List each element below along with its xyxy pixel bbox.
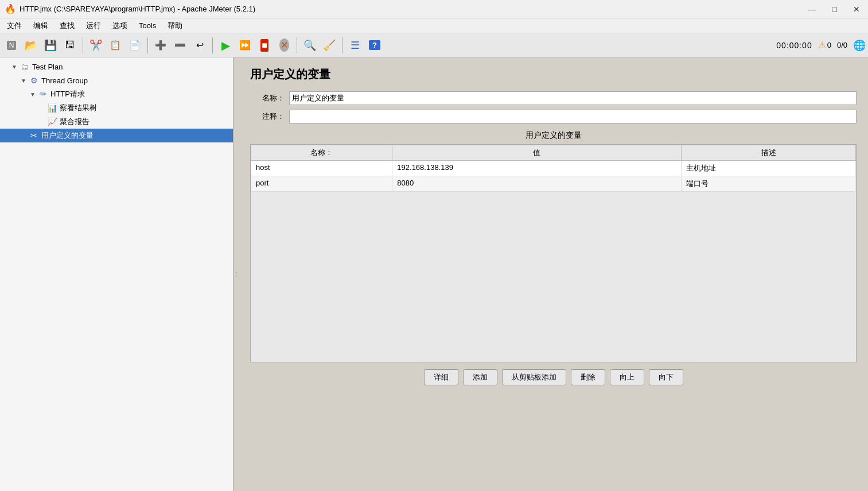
name-row: 名称： <box>250 91 857 105</box>
timer-display: 00:00:00 <box>776 41 812 50</box>
comment-row: 注释： <box>250 110 857 123</box>
menu-options[interactable]: 选项 <box>108 20 132 32</box>
menu-file[interactable]: 文件 <box>2 20 26 32</box>
minimize-button[interactable]: — <box>805 3 820 15</box>
delete-button[interactable]: 删除 <box>571 369 605 385</box>
httpreq-icon: ✏ <box>38 89 48 99</box>
reset-button[interactable]: ↩ <box>190 36 209 55</box>
variables-table-wrapper: 名称： 值 描述 host 192.168.138.139 主机地址 port … <box>250 144 857 362</box>
tree-item-resulttree[interactable]: 📊 察看结果树 <box>0 101 233 115</box>
collapse-icon: ➖ <box>174 40 186 51</box>
add-button[interactable]: 添加 <box>463 369 497 385</box>
arrow-httpreq: ▼ <box>30 91 38 98</box>
name-input[interactable] <box>289 91 857 105</box>
cell-desc: 主机地址 <box>682 161 856 176</box>
testplan-label: Test Plan <box>32 63 63 71</box>
window-title: HTTP.jmx (C:\SPAREYAYA\program\HTTP.jmx)… <box>20 5 255 13</box>
ratio-display: 0/0 <box>837 41 847 49</box>
maximize-button[interactable]: □ <box>829 3 840 15</box>
run-icon: ▶ <box>221 38 230 52</box>
open-icon: 📂 <box>25 39 37 52</box>
bottom-buttons: 详细 添加 从剪贴板添加 删除 向上 向下 <box>250 369 857 385</box>
warning-count: 0 <box>827 41 831 49</box>
tree-item-uservars[interactable]: ✂ 用户定义的变量 <box>0 129 233 142</box>
col-desc-header: 描述 <box>682 145 856 161</box>
paste-add-button[interactable]: 从剪贴板添加 <box>502 369 566 385</box>
content-panel: 用户定义的变量 名称： 注释： 用户定义的变量 名称： 值 描述 host <box>239 57 868 491</box>
cell-desc: 端口号 <box>682 176 856 192</box>
paste-button[interactable]: 📄 <box>126 36 144 55</box>
tree-item-httpreq[interactable]: ▼ ✏ HTTP请求 <box>0 87 233 101</box>
help-button[interactable]: ? <box>365 36 384 55</box>
collapse-button[interactable]: ➖ <box>171 36 189 55</box>
close-button[interactable]: ✕ <box>850 3 863 15</box>
cut-button[interactable]: ✂️ <box>87 36 105 55</box>
down-button[interactable]: 向下 <box>649 369 683 385</box>
separator-4 <box>297 37 297 53</box>
run-no-pause-button[interactable]: ⏩ <box>236 36 254 55</box>
expand-icon: ➕ <box>155 40 166 51</box>
expand-button[interactable]: ➕ <box>151 36 170 55</box>
cell-value: 192.168.138.139 <box>392 161 682 176</box>
aggregate-icon: 📈 <box>47 117 57 127</box>
cut-icon: ✂️ <box>89 39 102 52</box>
cell-name: port <box>251 176 392 192</box>
stop-button[interactable]: ■ <box>255 36 274 55</box>
network-icon[interactable]: 🌐 <box>853 39 866 52</box>
paste-icon: 📄 <box>129 40 141 51</box>
menu-edit[interactable]: 编辑 <box>29 20 53 32</box>
run-button[interactable]: ▶ <box>216 36 235 55</box>
tree-item-threadgroup[interactable]: ▼ ⚙ Thread Group <box>0 74 233 87</box>
save-button[interactable]: 💾 <box>41 36 60 55</box>
shutdown-button[interactable]: ✕ <box>275 36 293 55</box>
save-all-icon: 🖫 <box>65 39 75 51</box>
tree-item-aggregate[interactable]: 📈 聚合报告 <box>0 115 233 129</box>
name-label: 名称： <box>250 93 285 103</box>
shutdown-icon: ✕ <box>279 38 289 52</box>
col-value-header: 值 <box>392 145 682 161</box>
comment-input[interactable] <box>289 110 857 123</box>
cell-value: 8080 <box>392 176 682 192</box>
up-button[interactable]: 向上 <box>610 369 644 385</box>
save-icon: 💾 <box>44 39 57 52</box>
menu-run[interactable]: 运行 <box>81 20 106 32</box>
httpreq-label: HTTP请求 <box>50 89 85 99</box>
variables-table: 名称： 值 描述 host 192.168.138.139 主机地址 port … <box>251 145 856 192</box>
main-area: ▼ 🗂 Test Plan ▼ ⚙ Thread Group ▼ ✏ HTTP请… <box>0 57 868 491</box>
menu-bar: 文件 编辑 查找 运行 选项 Tools 帮助 <box>0 18 868 33</box>
threadgroup-icon: ⚙ <box>29 75 39 86</box>
tree-panel: ▼ 🗂 Test Plan ▼ ⚙ Thread Group ▼ ✏ HTTP请… <box>0 57 234 491</box>
testplan-icon: 🗂 <box>20 61 30 72</box>
clear-button[interactable]: 🧹 <box>320 36 338 55</box>
separator-2 <box>147 37 148 53</box>
menu-help[interactable]: 帮助 <box>163 20 187 32</box>
copy-button[interactable]: 📋 <box>106 36 124 55</box>
new-button[interactable]: N <box>2 36 21 55</box>
threadgroup-label: Thread Group <box>41 76 88 85</box>
arrow-testplan: ▼ <box>11 64 20 70</box>
list-button[interactable]: ☰ <box>346 36 364 55</box>
menu-search[interactable]: 查找 <box>55 20 79 32</box>
menu-tools[interactable]: Tools <box>134 20 161 31</box>
comment-label: 注释： <box>250 111 285 122</box>
new-icon: N <box>7 41 17 50</box>
app-icon: 🔥 <box>5 3 16 14</box>
warning-icon: ⚠ <box>818 40 826 51</box>
table-row[interactable]: port 8080 端口号 <box>251 176 856 192</box>
run-no-pause-icon: ⏩ <box>239 40 251 51</box>
warning-badge: ⚠ 0 <box>818 40 831 51</box>
arrow-threadgroup: ▼ <box>21 78 29 84</box>
table-row[interactable]: host 192.168.138.139 主机地址 <box>251 161 856 176</box>
detail-button[interactable]: 详细 <box>424 369 458 385</box>
list-icon: ☰ <box>351 39 360 52</box>
open-button[interactable]: 📂 <box>22 36 40 55</box>
tree-item-testplan[interactable]: ▼ 🗂 Test Plan <box>0 60 233 74</box>
separator-3 <box>212 37 213 53</box>
cell-name: host <box>251 161 392 176</box>
search2-button[interactable]: 🔍 <box>301 36 319 55</box>
separator-1 <box>83 37 83 53</box>
col-name-header: 名称： <box>251 145 392 161</box>
divider-handle[interactable]: ⋮ <box>234 57 239 491</box>
save-as-button[interactable]: 🖫 <box>61 36 79 55</box>
toolbar: N 📂 💾 🖫 ✂️ 📋 📄 ➕ ➖ ↩ ▶ ⏩ ■ ✕ 🔍 � <box>0 33 868 57</box>
